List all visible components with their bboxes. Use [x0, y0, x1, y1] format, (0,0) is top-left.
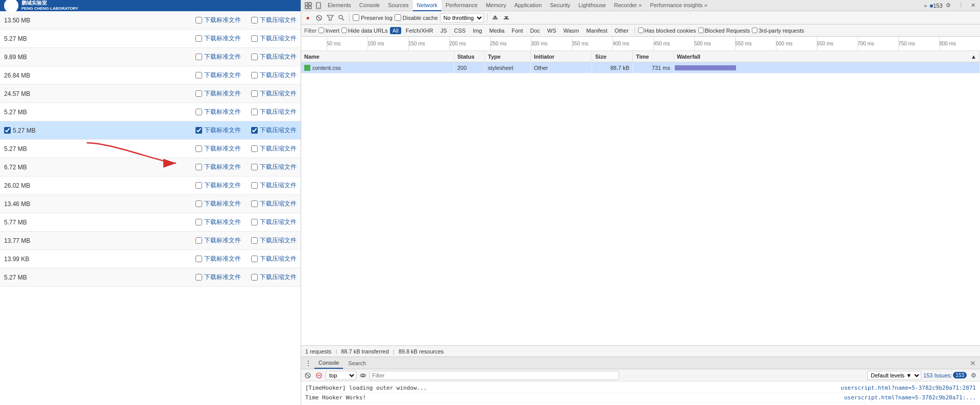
invert-label[interactable]: Invert: [318, 28, 339, 34]
tab-sources[interactable]: Sources: [384, 0, 412, 11]
console-message-link-1[interactable]: userscript.html?name=5-3782c9b20a71:2871: [841, 384, 976, 393]
preserve-log-checkbox[interactable]: [353, 14, 359, 21]
download-compressed-label-11[interactable]: 下载压缩文件: [251, 199, 297, 208]
download-standard-checkbox-15[interactable]: [195, 274, 202, 281]
third-party-label[interactable]: 3rd-party requests: [752, 28, 804, 34]
filter-type-js[interactable]: JS: [438, 27, 450, 34]
console-filter-input[interactable]: [370, 371, 619, 380]
download-compressed-label-8[interactable]: 下载压缩文件: [251, 144, 297, 153]
th-waterfall[interactable]: Waterfall ▲: [674, 51, 980, 62]
download-compressed-checkbox-13[interactable]: [251, 237, 258, 244]
filter-type-css[interactable]: CSS: [452, 27, 469, 34]
download-compressed-checkbox-6[interactable]: [251, 109, 258, 115]
throttle-select[interactable]: No throttling: [440, 13, 484, 22]
download-standard-label-7[interactable]: 下载标准文件: [195, 126, 241, 135]
tab-application[interactable]: Application: [510, 0, 546, 11]
filter-type-media[interactable]: Media: [486, 27, 507, 34]
console-close-button[interactable]: ✕: [968, 359, 978, 367]
devtools-inspect-icon[interactable]: [303, 1, 313, 11]
download-compressed-label-7[interactable]: 下载压缩文件: [251, 126, 297, 135]
record-button[interactable]: ●: [303, 13, 312, 22]
download-compressed-checkbox-3[interactable]: [251, 54, 258, 60]
filter-type-fetch[interactable]: Fetch/XHR: [403, 27, 436, 34]
download-compressed-checkbox-8[interactable]: [251, 145, 258, 152]
download-compressed-label-12[interactable]: 下载压缩文件: [251, 218, 297, 226]
download-standard-label-2[interactable]: 下载标准文件: [195, 34, 241, 43]
tab-console[interactable]: Console: [355, 0, 384, 11]
blocked-requests-label[interactable]: Blocked Requests: [698, 28, 750, 34]
download-compressed-label-4[interactable]: 下载压缩文件: [251, 71, 297, 80]
filter-type-doc[interactable]: Doc: [527, 27, 543, 34]
console-context-select[interactable]: top: [326, 371, 356, 380]
download-compressed-label-5[interactable]: 下载压缩文件: [251, 89, 297, 98]
th-status[interactable]: Status: [454, 51, 485, 62]
download-compressed-label-1[interactable]: 下载压缩文件: [251, 16, 297, 24]
th-type[interactable]: Type: [485, 51, 531, 62]
download-standard-label-10[interactable]: 下载标准文件: [195, 181, 241, 190]
download-standard-label-3[interactable]: 下载标准文件: [195, 53, 241, 61]
console-clear-button[interactable]: [303, 371, 312, 380]
download-compressed-checkbox-14[interactable]: [251, 256, 258, 262]
filter-type-all[interactable]: All: [390, 27, 401, 34]
table-row[interactable]: content.css 200 stylesheet Other 88.7 kB…: [301, 62, 980, 73]
disable-cache-label[interactable]: Disable cache: [395, 14, 438, 21]
download-compressed-checkbox-7[interactable]: [251, 127, 258, 134]
download-standard-checkbox-3[interactable]: [195, 54, 202, 60]
download-standard-checkbox-4[interactable]: [195, 72, 202, 79]
invert-checkbox[interactable]: [318, 28, 324, 33]
download-compressed-checkbox-1[interactable]: [251, 17, 258, 23]
tab-performance-insights[interactable]: Performance insights »: [646, 0, 712, 11]
download-standard-checkbox-12[interactable]: [195, 219, 202, 225]
more-tabs-button[interactable]: »: [922, 3, 929, 9]
download-compressed-label-6[interactable]: 下载压缩文件: [251, 108, 297, 116]
download-standard-label-5[interactable]: 下载标准文件: [195, 89, 241, 98]
clear-button[interactable]: [314, 13, 324, 22]
hide-data-urls-checkbox[interactable]: [341, 28, 347, 33]
console-eye-button[interactable]: [358, 371, 368, 380]
th-initiator[interactable]: Initiator: [531, 51, 592, 62]
download-standard-checkbox-14[interactable]: [195, 256, 202, 262]
disable-cache-checkbox[interactable]: [395, 14, 401, 21]
download-standard-checkbox-11[interactable]: [195, 200, 202, 207]
download-standard-checkbox-5[interactable]: [195, 90, 202, 97]
download-compressed-checkbox-5[interactable]: [251, 90, 258, 97]
tab-network[interactable]: Network: [413, 0, 442, 11]
download-compressed-label-10[interactable]: 下载压缩文件: [251, 181, 297, 190]
console-message-link-2[interactable]: userscript.html?name=5-3782c9b20a71:...: [844, 393, 976, 402]
th-time[interactable]: Time: [633, 51, 674, 62]
tab-search-bottom[interactable]: Search: [344, 358, 370, 369]
download-standard-label-15[interactable]: 下载标准文件: [195, 273, 241, 282]
download-standard-label-8[interactable]: 下载标准文件: [195, 144, 241, 153]
download-compressed-label-14[interactable]: 下载压缩文件: [251, 255, 297, 263]
download-standard-label-6[interactable]: 下载标准文件: [195, 108, 241, 116]
download-compressed-checkbox-12[interactable]: [251, 219, 258, 225]
download-compressed-checkbox-2[interactable]: [251, 35, 258, 42]
download-standard-label-12[interactable]: 下载标准文件: [195, 218, 241, 226]
hide-data-urls-label[interactable]: Hide data URLs: [341, 28, 388, 34]
download-compressed-checkbox-11[interactable]: [251, 200, 258, 207]
preserve-log-label[interactable]: Preserve log: [353, 14, 393, 21]
download-standard-checkbox-9[interactable]: [195, 164, 202, 170]
blocked-cookies-label[interactable]: Has blocked cookies: [638, 28, 696, 34]
download-compressed-checkbox-4[interactable]: [251, 72, 258, 79]
tab-console-bottom[interactable]: Console: [314, 358, 343, 369]
import-button[interactable]: [491, 13, 500, 22]
filter-type-manifest[interactable]: Manifest: [584, 27, 610, 34]
download-standard-checkbox-7[interactable]: [195, 127, 202, 134]
filter-type-img[interactable]: Img: [470, 27, 484, 34]
download-compressed-label-15[interactable]: 下载压缩文件: [251, 273, 297, 282]
tab-memory[interactable]: Memory: [482, 0, 510, 11]
devtools-device-icon[interactable]: [313, 1, 324, 11]
tab-performance[interactable]: Performance: [442, 0, 482, 11]
download-standard-checkbox-8[interactable]: [195, 145, 202, 152]
row-main-checkbox[interactable]: [4, 127, 11, 134]
download-standard-checkbox-13[interactable]: [195, 237, 202, 244]
download-compressed-label-9[interactable]: 下载压缩文件: [251, 163, 297, 171]
th-size[interactable]: Size: [592, 51, 633, 62]
console-disable-button[interactable]: [314, 371, 324, 380]
download-standard-checkbox-6[interactable]: [195, 109, 202, 115]
download-standard-label-13[interactable]: 下载标准文件: [195, 236, 241, 245]
th-name[interactable]: Name: [301, 51, 454, 62]
search-button[interactable]: [337, 13, 346, 22]
download-standard-label-14[interactable]: 下载标准文件: [195, 255, 241, 263]
